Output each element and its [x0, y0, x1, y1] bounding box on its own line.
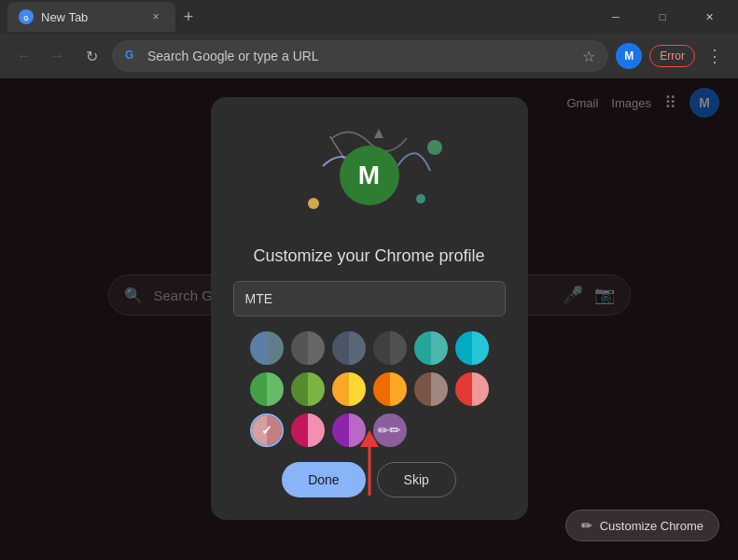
svg-point-3 [308, 198, 319, 209]
title-bar: G New Tab × + ─ □ ✕ [0, 0, 738, 34]
close-window-button[interactable]: ✕ [688, 2, 731, 32]
color-swatch-brown[interactable] [414, 372, 448, 406]
active-tab[interactable]: G New Tab × [7, 2, 175, 32]
profile-button[interactable]: M [616, 43, 642, 69]
customize-chrome-button[interactable]: ✏ Customize Chrome [565, 510, 719, 541]
color-swatch-orange[interactable] [373, 372, 407, 406]
profile-name-input[interactable] [233, 281, 506, 316]
color-swatch-teal[interactable] [414, 331, 448, 365]
tab-bar: G New Tab × + [7, 0, 591, 34]
red-arrow-indicator [341, 430, 397, 509]
color-swatch-cyan[interactable] [455, 331, 489, 365]
color-swatch-blue-gray[interactable] [250, 331, 284, 365]
bookmark-icon[interactable]: ☆ [582, 48, 595, 65]
tab-favicon: G [19, 9, 34, 24]
chrome-menu-button[interactable]: ⋮ [703, 42, 727, 70]
svg-point-2 [427, 140, 442, 155]
svg-point-4 [416, 194, 425, 203]
color-swatch-purple-pink[interactable] [291, 413, 325, 447]
url-text: Search Google or type a URL [147, 49, 575, 63]
color-swatch-pink-selected[interactable]: ✓ [250, 413, 284, 447]
refresh-button[interactable]: ↻ [78, 43, 104, 69]
color-swatch-yellow[interactable] [332, 372, 366, 406]
window-controls: ─ □ ✕ [594, 2, 731, 32]
color-swatch-green-gray[interactable] [291, 372, 325, 406]
svg-marker-5 [374, 129, 383, 138]
forward-button[interactable]: → [45, 43, 71, 69]
color-swatch-dark-gray[interactable] [291, 331, 325, 365]
tab-close-button[interactable]: × [147, 8, 164, 25]
modal-title: Customize your Chrome profile [253, 246, 484, 266]
maximize-button[interactable]: □ [641, 2, 684, 32]
tab-title: New Tab [41, 10, 140, 24]
address-bar: ← → ↻ G Search Google or type a URL ☆ M … [0, 34, 738, 78]
profile-illustration: M [276, 119, 463, 231]
color-swatch-charcoal[interactable] [373, 331, 407, 365]
color-swatch-slate[interactable] [332, 331, 366, 365]
error-button[interactable]: Error [649, 45, 695, 67]
profile-area: M Error ⋮ [616, 42, 727, 70]
google-icon: G [125, 49, 140, 63]
svg-text:G: G [23, 15, 29, 21]
new-tab-button[interactable]: + [175, 4, 202, 30]
back-button[interactable]: ← [11, 43, 37, 69]
color-swatch-green[interactable] [250, 372, 284, 406]
address-input[interactable]: G Search Google or type a URL ☆ [112, 40, 608, 72]
color-swatch-red[interactable] [455, 372, 489, 406]
profile-avatar-large: M [340, 146, 399, 205]
paint-icon: ✏ [581, 518, 592, 533]
svg-marker-8 [360, 430, 379, 447]
main-content: Gmail Images ⠿ M 🔍 Search G 🎤 📷 [0, 78, 738, 560]
customize-chrome-label: Customize Chrome [600, 519, 703, 533]
minimize-button[interactable]: ─ [594, 2, 637, 32]
